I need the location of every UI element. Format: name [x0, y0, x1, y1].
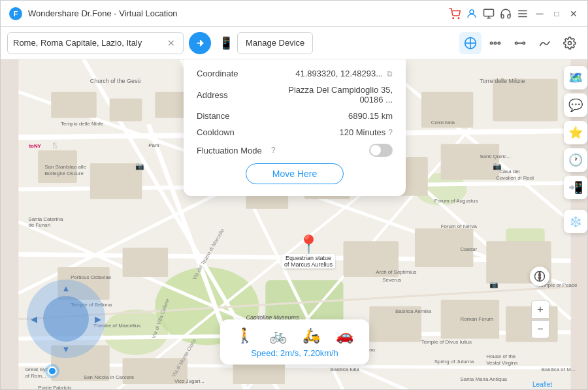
walk-mode-button[interactable]: 🚶 — [236, 327, 253, 344]
discord-icon[interactable]: 💬 — [564, 93, 587, 117]
svg-text:Santa Caterina: Santa Caterina — [28, 216, 63, 222]
drfone-icon: F — [8, 7, 23, 21]
joystick: ▲ ▼ ◀ ▶ — [27, 280, 105, 358]
svg-text:Forum of Augustus: Forum of Augustus — [434, 198, 478, 204]
joystick-right[interactable]: ▶ — [95, 314, 101, 324]
svg-text:📷: 📷 — [489, 280, 498, 289]
manage-device-button[interactable]: Manage Device — [237, 32, 313, 54]
svg-rect-41 — [51, 92, 97, 118]
compass-button[interactable] — [530, 267, 549, 286]
fluctuation-label: Fluctuation Mode — [197, 146, 269, 155]
svg-text:Forum of Nerva: Forum of Nerva — [441, 223, 478, 229]
svg-text:Roman Forum: Roman Forum — [461, 316, 494, 322]
move-here-button[interactable]: Move Here — [246, 163, 344, 184]
coordinate-row: Coordinate 41.893320, 12.48293... ⧉ — [197, 69, 393, 78]
scooter-mode-button[interactable]: 🛵 — [302, 327, 320, 344]
bike-mode-button[interactable]: 🚲 — [269, 327, 287, 344]
fluctuation-toggle[interactable] — [369, 144, 393, 157]
svg-point-16 — [523, 42, 525, 44]
settings-button[interactable] — [559, 32, 581, 54]
car-mode-button[interactable]: 🚗 — [336, 327, 353, 344]
svg-text:Colonnata: Colonnata — [431, 120, 455, 125]
svg-point-3 — [458, 18, 459, 19]
svg-text:San Stanislao alle: San Stanislao alle — [44, 164, 86, 170]
leaflet-badge[interactable]: Leaflet — [532, 381, 552, 388]
joystick-inner-ring — [43, 296, 89, 342]
distance-value: 6890.15 km — [269, 111, 393, 121]
svg-text:Casa dei: Casa dei — [499, 169, 520, 174]
svg-text:Temple of Divus Iulius: Temple of Divus Iulius — [421, 339, 472, 345]
joystick-up[interactable]: ▲ — [62, 284, 71, 293]
svg-point-12 — [491, 42, 493, 44]
svg-text:Arch of Septimius: Arch of Septimius — [376, 269, 416, 275]
titlebar: F Wondershare Dr.Fone - Virtual Location… — [1, 1, 587, 27]
svg-text:Cavalieri di Rodi: Cavalieri di Rodi — [496, 175, 534, 181]
clock-icon[interactable]: 🕐 — [564, 148, 587, 172]
svg-point-15 — [515, 42, 517, 44]
svg-rect-55 — [123, 248, 169, 277]
svg-text:Basilica of M...: Basilica of M... — [542, 366, 576, 372]
svg-point-18 — [568, 41, 572, 44]
google-maps-icon[interactable]: 🗺️ — [564, 66, 587, 89]
screen-icon[interactable] — [483, 8, 495, 20]
svg-text:toNY: toNY — [29, 143, 41, 149]
one-stop-button[interactable] — [509, 32, 531, 54]
speed-prefix: Speed: — [251, 348, 280, 358]
multi-stop-button[interactable] — [484, 32, 506, 54]
app-icon[interactable]: 📲 — [564, 176, 587, 199]
speed-panel: 🚶 🚲 🛵 🚗 Speed: 2m/s, 7.20km/h — [220, 319, 369, 365]
copy-coordinate-icon[interactable]: ⧉ — [387, 69, 393, 78]
maximize-icon[interactable]: □ — [551, 8, 563, 20]
fluctuation-help-icon[interactable]: ? — [271, 146, 276, 155]
svg-point-13 — [494, 42, 496, 44]
zoom-out-button[interactable]: − — [531, 320, 549, 338]
cart-icon[interactable] — [449, 8, 461, 20]
svg-text:Vestal Virgins: Vestal Virgins — [486, 360, 517, 366]
address-value: Piazza Del Campidoglio 35, 00186 ... — [269, 85, 393, 105]
navigate-button[interactable] — [189, 32, 211, 54]
close-icon[interactable]: ✕ — [568, 8, 580, 20]
svg-text:Ponte Fabricio: Ponte Fabricio — [38, 385, 72, 390]
address-label: Address — [197, 90, 269, 100]
joystick-down[interactable]: ▼ — [62, 344, 71, 354]
map-container[interactable]: Church of the Gesù Torre delle Milizie S… — [1, 59, 588, 390]
snow-icon[interactable]: ❄️ — [564, 210, 587, 233]
svg-text:Botteghe Oscure: Botteghe Oscure — [44, 171, 84, 176]
svg-point-4 — [470, 10, 474, 14]
route-button[interactable] — [534, 32, 556, 54]
zoom-in-button[interactable]: + — [531, 301, 549, 319]
svg-rect-42 — [110, 99, 142, 122]
joystick-left[interactable]: ◀ — [31, 314, 37, 324]
headphone-icon[interactable] — [500, 8, 512, 20]
cooldown-help-icon[interactable]: ? — [388, 128, 393, 137]
svg-text:Vico Jugari...: Vico Jugari... — [174, 378, 204, 384]
minimize-icon[interactable]: ─ — [534, 8, 546, 20]
svg-text:Torre delle Milizie: Torre delle Milizie — [480, 78, 525, 84]
svg-text:Pam: Pam — [148, 142, 159, 148]
svg-text:Santi Quiric...: Santi Quiric... — [480, 154, 511, 159]
user-icon[interactable] — [466, 8, 478, 20]
svg-text:Caesar: Caesar — [461, 246, 478, 252]
svg-text:📷: 📷 — [135, 161, 144, 171]
menu-icon[interactable] — [517, 8, 529, 20]
coordinate-value: 41.893320, 12.48293... — [269, 69, 383, 78]
svg-rect-5 — [484, 9, 494, 16]
svg-text:House of the: House of the — [486, 353, 516, 359]
star-icon[interactable]: ⭐ — [564, 121, 587, 144]
svg-text:Basilica Aemilia: Basilica Aemilia — [395, 308, 432, 314]
svg-marker-114 — [539, 272, 541, 277]
distance-row: Distance 6890.15 km — [197, 111, 393, 121]
clear-search-icon[interactable]: ✕ — [167, 38, 175, 48]
distance-label: Distance — [197, 111, 269, 121]
window-controls: ─ □ ✕ — [449, 8, 580, 20]
teleport-mode-button[interactable] — [459, 32, 482, 54]
search-input[interactable] — [13, 38, 167, 48]
pin-label: Equestrian statueof Marcus Aurelius — [282, 254, 335, 268]
svg-point-14 — [498, 42, 500, 44]
address-row: Address Piazza Del Campidoglio 35, 00186… — [197, 85, 393, 105]
info-panel: Coordinate 41.893320, 12.48293... ⧉ Addr… — [184, 59, 406, 196]
svg-text:of Rom...: of Rom... — [25, 373, 46, 379]
cooldown-row: Cooldown 120 Minutes ? — [197, 127, 393, 137]
coordinate-label: Coordinate — [197, 69, 269, 78]
svg-rect-49 — [493, 79, 557, 122]
